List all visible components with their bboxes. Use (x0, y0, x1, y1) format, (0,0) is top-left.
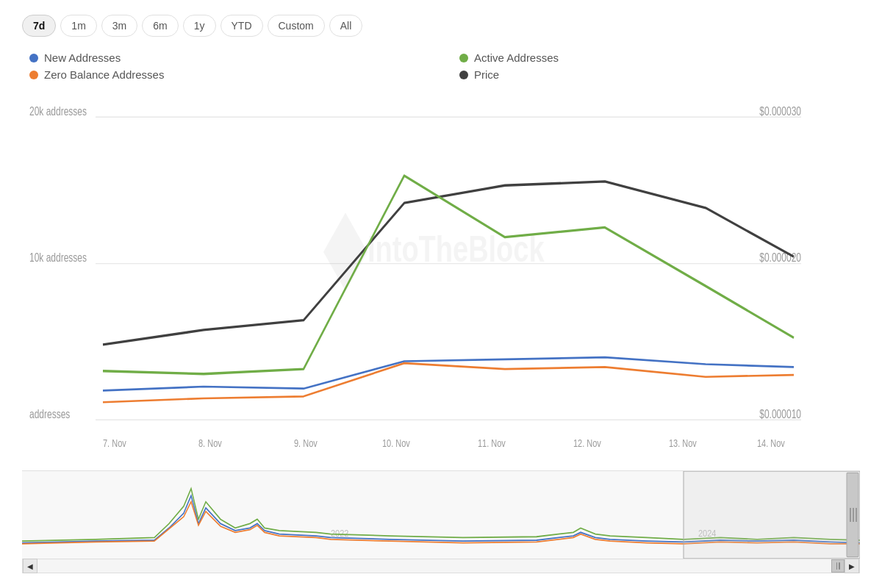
svg-text:addresses: addresses (29, 407, 70, 420)
svg-text:8. Nov: 8. Nov (198, 437, 222, 450)
legend-new-addresses[interactable]: New Addresses (29, 51, 430, 64)
new-addresses-label: New Addresses (44, 51, 121, 64)
nav-handle[interactable] (831, 559, 845, 573)
price-dot (459, 71, 468, 79)
navigator-scrollbar: ◀ ▶ (22, 559, 860, 573)
svg-text:$0.000010: $0.000010 (759, 407, 801, 420)
price-label: Price (474, 68, 499, 81)
mini-chart-container: 2022 2024 (22, 470, 860, 559)
time-range-selector: 7d 1m 3m 6m 1y YTD Custom All (22, 15, 860, 37)
active-addresses-line (103, 176, 794, 374)
nav-track[interactable] (37, 559, 845, 573)
btn-all[interactable]: All (329, 15, 363, 37)
zero-balance-line (103, 363, 794, 402)
legend-active-addresses[interactable]: Active Addresses (459, 51, 860, 64)
active-addresses-label: Active Addresses (474, 51, 559, 64)
main-container: 7d 1m 3m 6m 1y YTD Custom All New Addres… (0, 0, 882, 588)
new-addresses-dot (29, 54, 38, 62)
btn-7d[interactable]: 7d (22, 15, 56, 37)
svg-rect-22 (684, 471, 860, 559)
btn-3m[interactable]: 3m (101, 15, 137, 37)
btn-6m[interactable]: 6m (142, 15, 178, 37)
svg-text:13. Nov: 13. Nov (669, 437, 697, 450)
btn-ytd[interactable]: YTD (220, 15, 263, 37)
legend-price[interactable]: Price (459, 68, 860, 81)
mini-chart-svg: 2022 2024 (22, 471, 860, 559)
chart-legend: New Addresses Active Addresses Zero Bala… (22, 51, 860, 81)
svg-text:20k addresses: 20k addresses (29, 104, 87, 118)
svg-text:14. Nov: 14. Nov (757, 437, 785, 450)
active-addresses-dot (459, 54, 468, 62)
svg-text:10. Nov: 10. Nov (382, 437, 410, 450)
svg-marker-17 (323, 212, 368, 290)
svg-text:12. Nov: 12. Nov (573, 437, 601, 450)
svg-text:9. Nov: 9. Nov (294, 437, 318, 450)
btn-1m[interactable]: 1m (60, 15, 96, 37)
zero-balance-dot (29, 71, 38, 79)
svg-text:$0.000030: $0.000030 (759, 104, 801, 118)
chart-wrapper: 20k addresses 10k addresses addresses $0… (22, 96, 860, 573)
btn-1y[interactable]: 1y (183, 15, 216, 37)
svg-text:11. Nov: 11. Nov (478, 437, 506, 450)
nav-left-button[interactable]: ◀ (23, 559, 37, 573)
btn-custom[interactable]: Custom (268, 15, 325, 37)
svg-text:$0.000020: $0.000020 (759, 251, 801, 264)
zero-balance-label: Zero Balance Addresses (44, 68, 164, 81)
nav-handle-grip (836, 562, 840, 570)
main-chart: 20k addresses 10k addresses addresses $0… (22, 96, 860, 467)
main-chart-svg: 20k addresses 10k addresses addresses $0… (22, 96, 860, 467)
svg-text:IntoTheBlock: IntoTheBlock (368, 229, 545, 269)
legend-zero-balance[interactable]: Zero Balance Addresses (29, 68, 430, 81)
svg-text:7. Nov: 7. Nov (103, 437, 126, 450)
nav-right-button[interactable]: ▶ (845, 559, 859, 573)
svg-text:10k addresses: 10k addresses (29, 251, 87, 264)
